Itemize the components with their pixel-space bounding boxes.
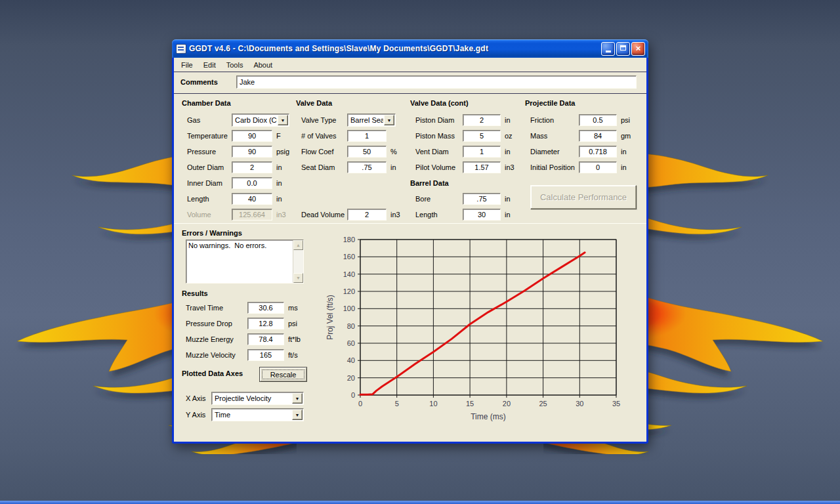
flow-coef-unit: % [390, 148, 397, 156]
comments-input[interactable] [236, 75, 637, 89]
muzzle-velocity-unit: ft/s [288, 351, 298, 359]
chevron-down-icon[interactable]: ▼ [384, 115, 394, 125]
titlebar[interactable]: GGDT v4.6 - C:\Documents and Settings\Sl… [172, 39, 648, 58]
chamber-column: Gas Carb Diox (CO2) ▼ Temperature F Pres… [187, 112, 289, 222]
pressure-unit: psig [276, 148, 289, 156]
svg-text:30: 30 [576, 400, 583, 408]
dead-volume-unit: in3 [390, 211, 400, 219]
menu-item-tools[interactable]: Tools [221, 59, 249, 71]
plotted-axes-header: Plotted Data Axes [182, 369, 243, 377]
pilot-volume-label: Pilot Volume [415, 163, 463, 171]
piston-mass-input[interactable] [463, 130, 501, 142]
chamber-length-label: Length [187, 195, 232, 203]
seat-diam-input[interactable] [347, 161, 387, 173]
chamber-length-input[interactable] [232, 193, 272, 205]
friction-input[interactable] [579, 114, 617, 126]
maximize-button[interactable] [616, 42, 630, 56]
scroll-up-icon[interactable]: ▲ [293, 240, 303, 250]
vent-diam-label: Vent Diam [415, 148, 463, 156]
svg-text:0: 0 [358, 400, 362, 408]
x-axis-select[interactable]: Projectile Velocity ▼ [211, 392, 304, 405]
svg-text:60: 60 [347, 339, 355, 347]
volume-label: Volume [187, 211, 232, 219]
menu-item-edit[interactable]: Edit [198, 59, 221, 71]
minimize-button[interactable] [601, 42, 615, 56]
pressure-input[interactable] [232, 146, 272, 158]
close-button[interactable]: × [631, 42, 645, 56]
temperature-label: Temperature [187, 132, 232, 140]
diameter-input[interactable] [579, 146, 617, 158]
projectile-column: Friction psi Mass gm Diameter in Initial… [530, 112, 631, 175]
valve-type-label: Valve Type [301, 116, 347, 124]
calculate-performance-button[interactable]: Calculate Performance [530, 185, 637, 209]
piston-diam-label: Piston Diam [415, 116, 463, 124]
chamber-data-header: Chamber Data [182, 99, 231, 107]
svg-text:25: 25 [539, 400, 547, 408]
travel-time-unit: ms [288, 304, 298, 312]
volume-input [232, 209, 272, 220]
inner-diam-input[interactable] [232, 177, 272, 189]
svg-text:15: 15 [466, 400, 474, 408]
bore-unit: in [505, 195, 511, 203]
diameter-label: Diameter [530, 148, 579, 156]
muzzle-velocity-output [247, 349, 284, 361]
comments-label: Comments [180, 78, 218, 86]
vent-diam-unit: in [505, 148, 511, 156]
svg-text:80: 80 [347, 322, 355, 330]
flow-coef-label: Flow Coef [301, 148, 347, 156]
outer-diam-unit: in [276, 163, 282, 171]
mass-label: Mass [530, 132, 579, 140]
menu-item-about[interactable]: About [248, 59, 278, 71]
flow-coef-input[interactable] [347, 146, 387, 158]
mass-input[interactable] [579, 130, 617, 142]
initial-position-input[interactable] [579, 161, 617, 173]
scroll-down-icon[interactable]: ▼ [293, 273, 303, 283]
temperature-input[interactable] [232, 130, 272, 142]
y-axis-select[interactable]: Time ▼ [211, 408, 304, 421]
rescale-button[interactable]: Rescale [259, 367, 307, 382]
results-rows: Travel Time ms Pressure Drop psi Muzzle … [186, 300, 301, 363]
pilot-volume-unit: in3 [505, 163, 514, 171]
barrel-length-input[interactable] [463, 209, 501, 220]
piston-mass-unit: oz [505, 132, 513, 140]
volume-unit: in3 [276, 211, 286, 219]
chevron-down-icon[interactable]: ▼ [292, 393, 303, 404]
pilot-volume-input[interactable] [463, 161, 501, 173]
app-icon [176, 44, 186, 54]
piston-mass-label: Piston Mass [415, 132, 463, 140]
chevron-down-icon[interactable]: ▼ [292, 410, 303, 420]
chamber-length-unit: in [276, 195, 282, 203]
svg-text:140: 140 [343, 270, 355, 278]
menu-item-file[interactable]: File [176, 59, 198, 71]
y-axis-row: Y Axis Time ▼ [186, 408, 304, 421]
bore-input[interactable] [463, 193, 501, 205]
num-valves-input[interactable] [347, 130, 387, 142]
errors-header: Errors / Warnings [182, 229, 242, 237]
outer-diam-input[interactable] [232, 161, 272, 173]
svg-text:Time (ms): Time (ms) [471, 412, 506, 421]
lower-panel: Errors / Warnings No warnings. No errors… [174, 224, 646, 440]
x-axis-label: X Axis [186, 394, 211, 402]
pressure-drop-label: Pressure Drop [186, 320, 247, 327]
initial-position-label: Initial Position [530, 163, 579, 171]
window-title: GGDT v4.6 - C:\Documents and Settings\Sl… [189, 44, 601, 53]
svg-text:20: 20 [347, 374, 355, 382]
errors-scrollbar[interactable]: ▲ ▼ [293, 240, 303, 283]
muzzle-energy-unit: ft*lb [288, 335, 301, 343]
valve-type-select[interactable]: Barrel Seal ▼ [347, 114, 396, 127]
temperature-unit: F [276, 132, 281, 140]
piston-diam-input[interactable] [463, 114, 501, 126]
valve-data-header: Valve Data [296, 99, 332, 107]
gas-select[interactable]: Carb Diox (CO2) ▼ [232, 114, 289, 127]
chevron-down-icon[interactable]: ▼ [278, 115, 288, 125]
vent-diam-input[interactable] [463, 146, 501, 158]
svg-text:5: 5 [395, 400, 399, 408]
gas-label: Gas [187, 116, 232, 124]
comments-section: Comments [174, 72, 646, 93]
valve-column: Valve Type Barrel Seal ▼ # of Valves Flo… [301, 112, 400, 222]
initial-position-unit: in [621, 163, 627, 171]
results-header: Results [182, 289, 208, 297]
dead-volume-input[interactable] [347, 209, 387, 220]
ggdt-window: GGDT v4.6 - C:\Documents and Settings\Sl… [172, 39, 648, 444]
piston-diam-unit: in [505, 116, 511, 124]
